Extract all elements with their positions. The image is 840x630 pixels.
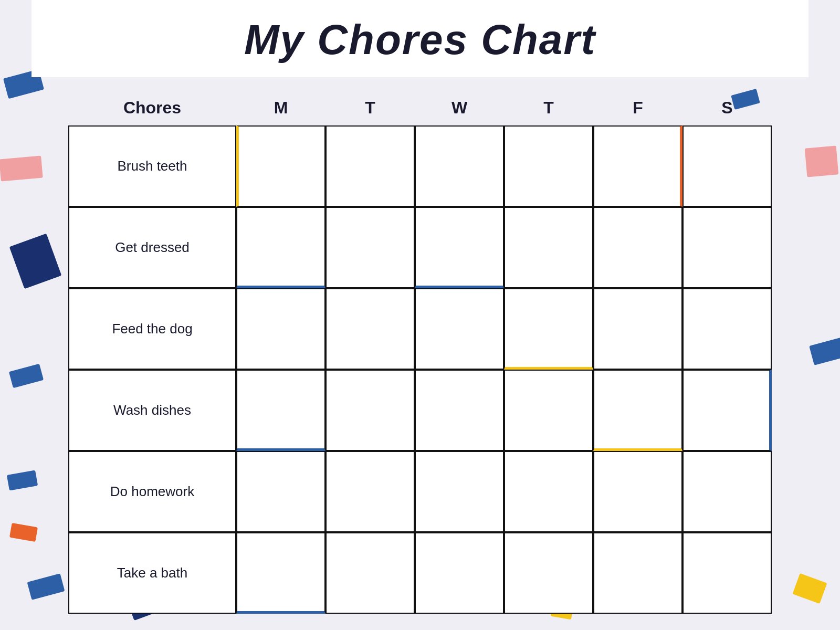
check-feed-dog-w[interactable] xyxy=(415,288,504,370)
check-bath-t1[interactable] xyxy=(326,532,415,614)
check-bath-w[interactable] xyxy=(415,532,504,614)
check-feed-dog-t1[interactable] xyxy=(326,288,415,370)
confetti-pink-2 xyxy=(805,145,839,177)
header-day-f: F xyxy=(593,93,682,123)
chore-wash-dishes: Wash dishes xyxy=(68,370,236,451)
chore-take-bath: Take a bath xyxy=(68,532,236,614)
check-bath-t2[interactable] xyxy=(504,532,593,614)
check-wash-dishes-m[interactable] xyxy=(236,370,326,451)
check-homework-w[interactable] xyxy=(415,451,504,532)
check-get-dressed-t1[interactable] xyxy=(326,207,415,288)
row-feed-dog: Feed the dog xyxy=(68,288,772,370)
title-bar: My Chores Chart xyxy=(32,0,808,77)
check-get-dressed-t2[interactable] xyxy=(504,207,593,288)
row-wash-dishes: Wash dishes xyxy=(68,370,772,451)
check-get-dressed-s[interactable] xyxy=(682,207,772,288)
row-take-bath: Take a bath xyxy=(68,532,772,614)
header-day-s: S xyxy=(682,93,772,123)
confetti-orange-1 xyxy=(9,523,38,542)
row-do-homework: Do homework xyxy=(68,451,772,532)
check-bath-m[interactable] xyxy=(236,532,326,614)
page-title: My Chores Chart xyxy=(32,16,808,64)
check-wash-dishes-t1[interactable] xyxy=(326,370,415,451)
chore-feed-dog: Feed the dog xyxy=(68,288,236,370)
row-get-dressed: Get dressed xyxy=(68,207,772,288)
header-day-m: M xyxy=(236,93,326,123)
check-homework-t1[interactable] xyxy=(326,451,415,532)
check-wash-dishes-f[interactable] xyxy=(593,370,682,451)
header-day-t1: T xyxy=(326,93,415,123)
confetti-darkblue-1 xyxy=(9,234,62,289)
confetti-blue-3 xyxy=(9,364,44,388)
chore-do-homework: Do homework xyxy=(68,451,236,532)
check-brush-teeth-m[interactable] xyxy=(236,125,326,207)
confetti-pink-1 xyxy=(0,156,43,182)
header-day-t2: T xyxy=(504,93,593,123)
check-get-dressed-m[interactable] xyxy=(236,207,326,288)
check-get-dressed-w[interactable] xyxy=(415,207,504,288)
header-day-w: W xyxy=(415,93,504,123)
chore-get-dressed: Get dressed xyxy=(68,207,236,288)
confetti-blue-6 xyxy=(809,337,840,365)
confetti-blue-5 xyxy=(27,573,65,600)
check-homework-t2[interactable] xyxy=(504,451,593,532)
chore-brush-teeth: Brush teeth xyxy=(68,125,236,207)
header-chores: Chores xyxy=(68,93,236,123)
chart-header: Chores M T W T F S xyxy=(68,93,772,123)
check-feed-dog-m[interactable] xyxy=(236,288,326,370)
check-brush-teeth-w[interactable] xyxy=(415,125,504,207)
check-homework-m[interactable] xyxy=(236,451,326,532)
check-wash-dishes-s[interactable] xyxy=(682,370,772,451)
check-brush-teeth-t2[interactable] xyxy=(504,125,593,207)
check-brush-teeth-t1[interactable] xyxy=(326,125,415,207)
check-homework-f[interactable] xyxy=(593,451,682,532)
check-bath-f[interactable] xyxy=(593,532,682,614)
check-brush-teeth-s[interactable] xyxy=(682,125,772,207)
check-feed-dog-s[interactable] xyxy=(682,288,772,370)
check-get-dressed-f[interactable] xyxy=(593,207,682,288)
check-feed-dog-t2[interactable] xyxy=(504,288,593,370)
confetti-blue-4 xyxy=(7,470,38,490)
check-feed-dog-f[interactable] xyxy=(593,288,682,370)
check-bath-s[interactable] xyxy=(682,532,772,614)
check-homework-s[interactable] xyxy=(682,451,772,532)
check-wash-dishes-t2[interactable] xyxy=(504,370,593,451)
chart-container: Chores M T W T F S Brush teeth Get dress… xyxy=(68,93,772,614)
confetti-yellow-1 xyxy=(792,573,827,604)
check-brush-teeth-f[interactable] xyxy=(593,125,682,207)
row-brush-teeth: Brush teeth xyxy=(68,125,772,207)
check-wash-dishes-w[interactable] xyxy=(415,370,504,451)
